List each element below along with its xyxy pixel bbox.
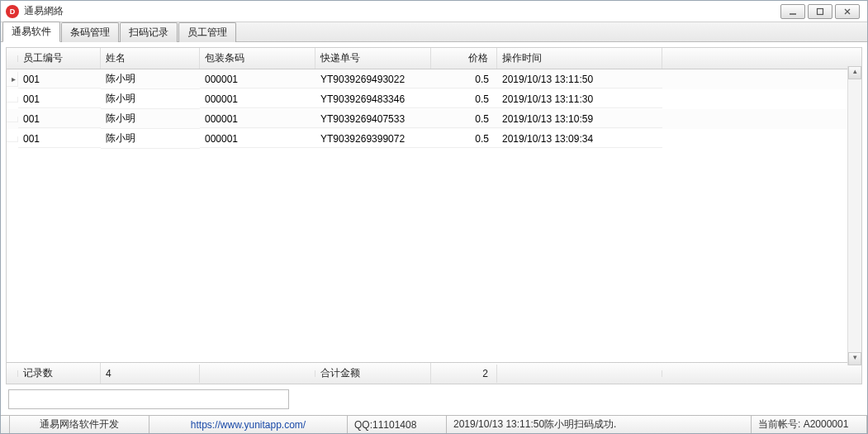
input-row: [6, 384, 862, 410]
table-row[interactable]: 001 陈小明 000001 YT9039269399072 0.5 2019/…: [7, 129, 861, 149]
data-grid[interactable]: 员工编号 姓名 包装条码 快递单号 价格 操作时间 ▸ 001 陈小明 0000…: [6, 47, 862, 384]
cell-express: YT9039269493022: [315, 71, 431, 88]
cell-emp-id: 001: [18, 131, 101, 148]
client-area: 员工编号 姓名 包装条码 快递单号 价格 操作时间 ▸ 001 陈小明 0000…: [1, 42, 867, 415]
footer-sum-value: 2: [431, 365, 497, 383]
statusbar: 通易网络软件开发 https://www.yunitapp.com/ QQ:11…: [1, 415, 867, 433]
cell-barcode: 000001: [200, 131, 315, 148]
grid-footer: 记录数 4 合计金额 2: [7, 362, 861, 384]
cell-price: 0.5: [431, 71, 497, 88]
status-company: 通易网络软件开发: [9, 416, 149, 433]
cell-optime: 2019/10/13 13:11:50: [497, 71, 662, 88]
tab-scanlog[interactable]: 扫码记录: [120, 22, 178, 42]
col-emp-id[interactable]: 员工编号: [18, 48, 101, 69]
col-barcode[interactable]: 包装条码: [200, 48, 315, 69]
status-message: 2019/10/13 13:11:50陈小明扫码成功.: [447, 416, 752, 433]
table-row[interactable]: 001 陈小明 000001 YT9039269483346 0.5 2019/…: [7, 89, 861, 109]
table-row[interactable]: 001 陈小明 000001 YT9039269407533 0.5 2019/…: [7, 109, 861, 129]
window-title: 通易網絡: [24, 4, 64, 18]
col-express[interactable]: 快递单号: [315, 48, 431, 69]
cell-emp-id: 001: [18, 111, 101, 128]
row-indicator-icon: ▸: [7, 72, 18, 87]
maximize-button[interactable]: [808, 4, 832, 19]
row-indicator-icon: [7, 97, 18, 103]
cell-price: 0.5: [431, 131, 497, 148]
footer-count-label: 记录数: [18, 363, 101, 384]
col-name[interactable]: 姓名: [101, 48, 200, 69]
scroll-track[interactable]: [848, 79, 861, 352]
cell-price: 0.5: [431, 111, 497, 128]
cell-barcode: 000001: [200, 91, 315, 108]
app-icon: D: [6, 5, 19, 18]
grid-header: 员工编号 姓名 包装条码 快递单号 价格 操作时间: [7, 48, 861, 69]
close-button[interactable]: [835, 4, 860, 19]
cell-name: 陈小明: [101, 109, 200, 129]
tabstrip: 通易软件 条码管理 扫码记录 员工管理: [1, 22, 867, 42]
cell-optime: 2019/10/13 13:11:30: [497, 91, 662, 108]
status-url[interactable]: https://www.yunitapp.com/: [149, 416, 348, 433]
cell-name: 陈小明: [101, 129, 200, 149]
cell-name: 陈小明: [101, 89, 200, 109]
cell-express: YT9039269407533: [315, 111, 431, 128]
tab-barcode[interactable]: 条码管理: [61, 22, 119, 42]
cell-barcode: 000001: [200, 111, 315, 128]
svg-rect-1: [818, 8, 823, 14]
status-account: 当前帐号: A2000001: [752, 416, 867, 433]
cell-express: YT9039269399072: [315, 131, 431, 148]
col-price[interactable]: 价格: [431, 48, 497, 69]
tab-staff[interactable]: 员工管理: [178, 22, 236, 42]
cell-barcode: 000001: [200, 71, 315, 88]
col-optime[interactable]: 操作时间: [497, 48, 662, 69]
cell-optime: 2019/10/13 13:09:34: [497, 131, 662, 148]
cell-emp-id: 001: [18, 91, 101, 108]
titlebar[interactable]: D 通易網絡: [1, 1, 867, 22]
row-indicator-icon: [7, 136, 18, 142]
app-window: D 通易網絡 通易软件 条码管理 扫码记录 员工管理 员工编号 姓名 包装条码 …: [0, 0, 868, 434]
scroll-down-icon[interactable]: ▾: [848, 352, 861, 365]
cell-optime: 2019/10/13 13:10:59: [497, 111, 662, 128]
tab-main[interactable]: 通易软件: [2, 21, 60, 42]
col-indicator: [7, 55, 18, 62]
cell-name: 陈小明: [101, 69, 200, 89]
vertical-scrollbar[interactable]: ▴ ▾: [847, 66, 861, 365]
cell-price: 0.5: [431, 91, 497, 108]
footer-count-value: 4: [101, 365, 200, 383]
footer-sum-label: 合计金额: [315, 363, 431, 384]
cell-emp-id: 001: [18, 71, 101, 88]
row-indicator-icon: [7, 117, 18, 122]
table-row[interactable]: ▸ 001 陈小明 000001 YT9039269493022 0.5 201…: [7, 69, 861, 89]
grid-body: ▸ 001 陈小明 000001 YT9039269493022 0.5 201…: [7, 69, 861, 362]
minimize-button[interactable]: [780, 4, 805, 19]
status-qq: QQ:11101408: [348, 416, 447, 433]
scroll-up-icon[interactable]: ▴: [848, 66, 861, 79]
cell-express: YT9039269483346: [315, 91, 431, 108]
scan-input[interactable]: [8, 389, 289, 409]
